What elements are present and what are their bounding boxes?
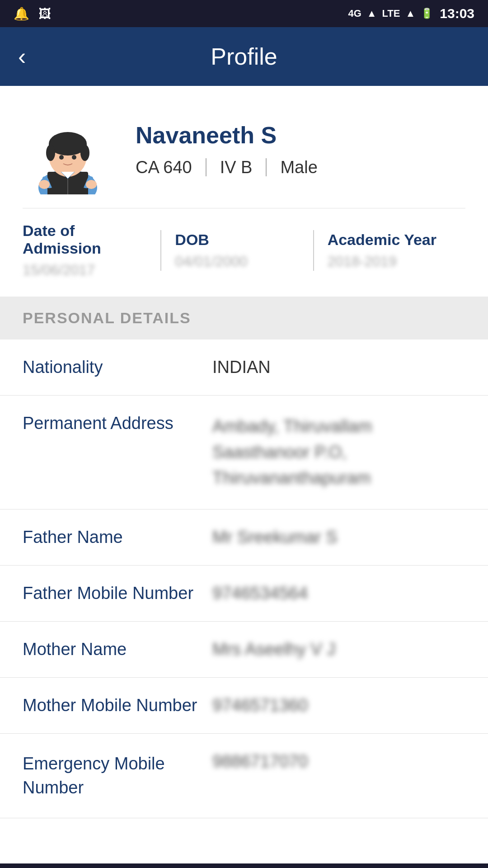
status-left-icons: 🔔 🖼	[14, 6, 51, 21]
student-meta: CA 640 IV B Male	[136, 158, 318, 177]
student-name: Navaneeth S	[136, 122, 318, 149]
academic-year-value: 2018-2019	[328, 253, 397, 270]
mother-mobile-row: Mother Mobile Number 9746571360	[0, 678, 488, 734]
nationality-value: INDIAN	[212, 358, 465, 377]
lte-label: LTE	[382, 8, 400, 19]
profile-top: Navaneeth S CA 640 IV B Male	[23, 104, 465, 194]
svg-point-12	[86, 180, 97, 189]
next-row-partial	[0, 818, 488, 863]
status-bar: 🔔 🖼 4G ▲ LTE ▲ 🔋 13:03	[0, 0, 488, 27]
emergency-mobile-label: Emergency Mobile Number	[23, 752, 212, 800]
emergency-mobile-row: Emergency Mobile Number 9886717070	[0, 734, 488, 818]
signal-icons: 4G ▲ LTE ▲ 🔋	[348, 8, 433, 19]
admission-value: 15/06/2017	[23, 262, 95, 278]
gallery-icon: 🖼	[38, 6, 51, 21]
meta-divider-1	[206, 158, 206, 176]
page-title: Profile	[211, 43, 277, 70]
father-mobile-label: Father Mobile Number	[23, 584, 212, 603]
signal-bar: ▲	[367, 8, 377, 19]
roll-number: CA 640	[136, 158, 192, 177]
nationality-label: Nationality	[23, 358, 212, 377]
father-name-row: Father Name Mr Sreekumar S	[0, 509, 488, 566]
personal-details-section-header: PERSONAL DETAILS	[0, 297, 488, 340]
stats-row: Date of Admission 15/06/2017 DOB 04/01/2…	[23, 208, 465, 278]
dob-label: DOB	[175, 231, 209, 249]
notification-icon: 🔔	[14, 6, 29, 21]
dob-value: 04/01/2000	[175, 253, 247, 270]
svg-point-9	[59, 155, 64, 160]
details-container: Nationality INDIAN Permanent Address Amb…	[0, 340, 488, 863]
svg-point-7	[46, 145, 55, 161]
mother-name-value: Mrs Aseelhy V J	[212, 640, 465, 659]
emergency-mobile-value: 9886717070	[212, 752, 465, 771]
profile-info: Navaneeth S CA 640 IV B Male	[136, 122, 318, 177]
permanent-address-row: Permanent Address Ambady, Thiruvallam Sa…	[0, 396, 488, 509]
section-header-text: PERSONAL DETAILS	[23, 309, 191, 326]
academic-year-label: Academic Year	[328, 231, 436, 249]
mother-mobile-label: Mother Mobile Number	[23, 696, 212, 715]
avatar	[23, 104, 113, 194]
mother-mobile-value: 9746571360	[212, 696, 465, 715]
app-bar: ‹ Profile	[0, 27, 488, 86]
meta-divider-2	[266, 158, 267, 176]
signal-4g: 4G	[348, 8, 361, 19]
stat-dob: DOB 04/01/2000	[161, 231, 313, 270]
father-mobile-value: 9746534564	[212, 584, 465, 603]
father-name-value: Mr Sreekumar S	[212, 528, 465, 547]
admission-label: Date of Admission	[23, 222, 156, 257]
lte-bar: ▲	[405, 8, 415, 19]
svg-point-11	[39, 180, 50, 189]
svg-point-10	[72, 155, 76, 160]
status-right: 4G ▲ LTE ▲ 🔋 13:03	[348, 6, 474, 21]
stat-academic-year: Academic Year 2018-2019	[314, 231, 465, 270]
father-name-label: Father Name	[23, 528, 212, 547]
back-button[interactable]: ‹	[18, 43, 26, 70]
battery-icon: 🔋	[421, 8, 433, 19]
bottom-nav: ◁ ○ □	[0, 863, 488, 868]
mother-name-row: Mother Name Mrs Aseelhy V J	[0, 622, 488, 678]
mother-name-label: Mother Name	[23, 640, 212, 659]
profile-header: Navaneeth S CA 640 IV B Male Date of Adm…	[0, 86, 488, 297]
permanent-address-value: Ambady, Thiruvallam Saasthanoor P.O, Thi…	[212, 414, 465, 491]
father-mobile-row: Father Mobile Number 9746534564	[0, 566, 488, 622]
section: IV B	[220, 158, 253, 177]
stat-admission: Date of Admission 15/06/2017	[23, 222, 160, 278]
nationality-row: Nationality INDIAN	[0, 340, 488, 396]
time-display: 13:03	[440, 6, 474, 21]
svg-point-8	[80, 145, 89, 161]
permanent-address-label: Permanent Address	[23, 414, 212, 433]
gender: Male	[280, 158, 317, 177]
